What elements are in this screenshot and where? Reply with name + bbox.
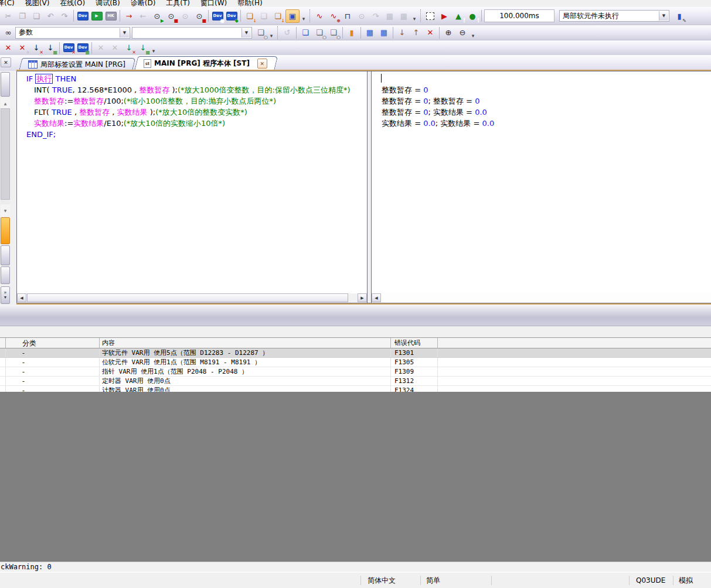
unused-label-delete-icon[interactable]: ✕ (2, 42, 15, 54)
trace-point-icon[interactable]: ∿⊕ (327, 10, 340, 22)
verify-icon[interactable]: ❏↓ (243, 10, 256, 22)
run-flag-icon[interactable]: ▶ (438, 10, 451, 22)
doc-find2-icon[interactable]: ❏○ (327, 26, 340, 39)
trace-gray1-icon[interactable]: ⊙ (355, 10, 368, 22)
device-monitor-icon[interactable]: Dev● (211, 10, 224, 22)
menu-item[interactable]: 窗口(W) (195, 0, 232, 7)
code-line[interactable]: FLT( TRUE , 整数暂存 , 实数结果 );(*放大10倍的整数变实数*… (26, 107, 367, 118)
table-row[interactable]: -字软元件 VAR用 使用5点（范围 D12283 - D12287 ）F130… (0, 348, 711, 358)
table-row[interactable]: -定时器 VAR用 使用0点F1312 (0, 377, 711, 386)
sampling-trace-icon[interactable]: ∿ (313, 10, 326, 22)
zoom-out-icon[interactable]: ⊖ (456, 26, 469, 39)
undo-icon[interactable]: ↶ (44, 10, 57, 22)
monitor-stop-icon[interactable]: ⊙■ (165, 10, 178, 22)
binoculars-icon[interactable]: ∞ (2, 26, 15, 39)
strip-button[interactable] (1, 245, 10, 265)
dock-close-button[interactable]: ✕ (1, 57, 11, 67)
scroll-left-button[interactable]: ◀ (17, 293, 26, 302)
selection-icon[interactable] (424, 10, 437, 22)
warning-check-icon[interactable]: ▲! (452, 10, 465, 22)
code-line[interactable]: 实数结果:=实数结果/E10;(*放大10倍的实数缩小10倍*) (26, 118, 367, 129)
toolbar-overflow-chevron[interactable]: ▾ (411, 9, 418, 22)
build-icon[interactable]: ❏ (299, 26, 312, 39)
monitor-pane-hscrollbar[interactable]: ◀ (371, 293, 711, 303)
undo-build-icon[interactable]: ↺ (281, 26, 294, 39)
trace-gray2-icon[interactable]: ↷ (369, 10, 382, 22)
device-assign-delete-icon[interactable]: Dev✕ (62, 42, 75, 54)
code-line[interactable]: 整数暂存:=整数暂存/100;(*缩小100倍整数，目的:抛弃小数点后两位*) (26, 95, 367, 107)
menu-item[interactable]: 调试(B) (90, 0, 125, 7)
strip-scrollbar-thumb[interactable] (1, 108, 10, 200)
device-test-icon[interactable]: ▮✎ (673, 10, 686, 22)
chevron-down-icon[interactable]: ▼ (659, 11, 668, 20)
code-pane-hscrollbar[interactable]: ◀ ▶ (16, 293, 368, 303)
copy-icon[interactable]: ❐ (16, 10, 29, 22)
comment-up-icon[interactable]: ↑ (410, 26, 423, 39)
strip-more-button[interactable]: »▾ (1, 286, 10, 304)
error-check-icon[interactable]: ●! (466, 10, 479, 22)
device-batch-monitor-icon[interactable]: Dev◆ (225, 10, 238, 22)
device-find-icon[interactable]: Dev (76, 10, 89, 22)
buffer-find-icon[interactable]: HK (104, 10, 117, 22)
write-verify-icon[interactable]: ❏↓ (271, 10, 284, 22)
watch-gray2-icon[interactable]: ▦ (397, 10, 410, 22)
read-from-plc-icon[interactable]: ← (137, 10, 149, 22)
browse-document-icon[interactable]: ❏○ (254, 26, 267, 39)
program-body-icon[interactable]: ▮ (345, 26, 358, 39)
comment-down-icon[interactable]: ↓ (396, 26, 409, 39)
watch-gray1-icon[interactable]: ▦ (383, 10, 396, 22)
table-row[interactable]: -指针 VAR用 使用1点（范围 P2048 - P2048 ）F1309 (0, 367, 711, 377)
code-line[interactable]: END_IF; (26, 129, 367, 140)
scroll-left-button[interactable]: ◀ (372, 293, 381, 302)
auto-assign-delete-icon[interactable]: ↓✕ (30, 42, 43, 54)
square-wave-icon[interactable]: ⊓ (341, 10, 354, 22)
device-exec-combo[interactable]: 局部软元件未执行▼ (559, 10, 669, 22)
auto-assign-table-icon[interactable]: ↓▦ (44, 42, 57, 54)
monitor-value-pane[interactable]: 整数暂存 = 0整数暂存 = 0; 整数暂存 = 0整数暂存 = 0; 实数结果… (371, 71, 711, 293)
green-assign-delete-icon[interactable]: ↓✕ (123, 42, 135, 54)
device-assign-table-icon[interactable]: Dev▦ (76, 42, 89, 54)
monitor-pause-icon[interactable]: ⊙ (179, 10, 192, 22)
tab-close-button[interactable]: ✕ (257, 59, 267, 69)
tab-main-program-body[interactable]: MAIN [PRG] 程序本体 [ST] ✕ (134, 56, 274, 71)
menu-item[interactable]: 工具(T) (161, 0, 195, 7)
assign-gray1-icon[interactable]: ✕ (94, 42, 107, 54)
label-setting-delete-icon[interactable]: ✕◦ (16, 42, 29, 54)
toolbar-overflow-chevron[interactable]: ▾ (150, 42, 157, 54)
menu-item[interactable]: 帮助(H) (232, 0, 267, 7)
toolbar-overflow-chevron[interactable]: ▾ (470, 26, 477, 39)
screen-find-icon[interactable]: ▶ (90, 10, 103, 22)
cross-reference-icon[interactable]: ▦ (363, 26, 376, 39)
strip-scroll-up-button[interactable]: ▲ (1, 98, 10, 108)
menu-item[interactable]: 译(C) (0, 0, 20, 7)
redo-icon[interactable]: ↷ (58, 10, 71, 22)
menu-item[interactable]: 诊断(D) (125, 0, 161, 7)
paste-icon[interactable]: ❏ (30, 10, 43, 22)
zoom-in-icon[interactable]: ⊕ (442, 26, 455, 39)
toolbar-overflow-chevron[interactable]: ▾ (268, 26, 275, 39)
chevron-down-icon[interactable]: ▼ (120, 28, 129, 37)
table-row[interactable]: -位软元件 VAR用 使用1点（范围 M8191 - M8191 ）F1305 (0, 358, 711, 367)
strip-button[interactable] (1, 72, 10, 97)
st-code-editor-pane[interactable]: IF 执行 THENINT( TRUE, 12.568*E1000 , 整数暂存… (16, 71, 368, 293)
strip-scrollbar-track[interactable] (1, 108, 10, 204)
doc-find1-icon[interactable]: ❏○ (313, 26, 326, 39)
monitor-write-icon[interactable]: ⊙■ (193, 10, 206, 22)
code-line[interactable]: INT( TRUE, 12.568*E1000 , 整数暂存 );(*放大100… (26, 84, 367, 95)
scroll-right-button[interactable]: ▶ (358, 293, 367, 302)
verify-gray-icon[interactable]: ❏ (257, 10, 270, 22)
comment-delete-icon[interactable]: ✕ (424, 26, 437, 39)
chevron-down-icon[interactable]: ▼ (241, 28, 251, 37)
strip-highlighted-button[interactable] (1, 217, 10, 244)
monitor-start-icon[interactable]: ⊙▶ (151, 10, 164, 22)
device-list-icon[interactable]: ▦ (377, 26, 390, 39)
scrollbar-track[interactable] (348, 293, 358, 303)
strip-scroll-down-button[interactable]: ▼ (1, 204, 10, 216)
scrollbar-track[interactable] (381, 293, 711, 303)
code-line[interactable]: IF 执行 THEN (26, 73, 367, 84)
strip-button[interactable] (1, 266, 10, 284)
write-to-plc-icon[interactable]: → (123, 10, 135, 22)
scrollbar-thumb[interactable] (27, 293, 348, 302)
find-text-combo[interactable]: ▼ (132, 27, 252, 39)
find-target-combo[interactable]: 参数▼ (15, 27, 130, 39)
